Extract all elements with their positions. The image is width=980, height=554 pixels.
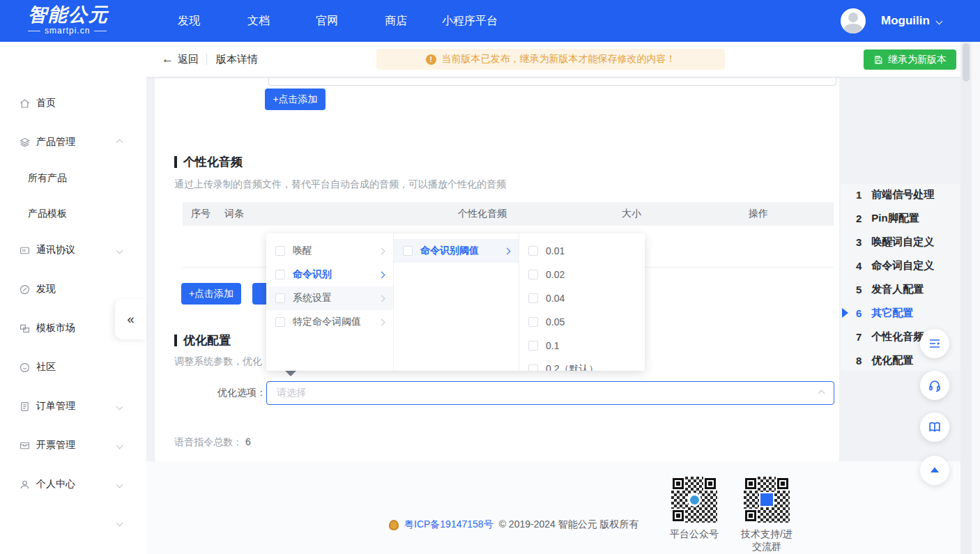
headset-icon <box>928 378 942 392</box>
cascader-option-command-recognition-threshold[interactable]: 命令识别阈值 <box>394 239 519 263</box>
arrow-up-icon <box>928 463 942 477</box>
anchor-item-8[interactable]: 8 优化配置 <box>856 354 913 367</box>
add-entry-button-bottom[interactable]: +点击添加 <box>181 283 241 305</box>
checkbox[interactable] <box>275 293 285 303</box>
checkbox[interactable] <box>528 270 538 279</box>
qr-code-support-group <box>744 477 790 523</box>
col-actions: 操作 <box>683 208 834 220</box>
checkbox[interactable] <box>528 364 538 371</box>
back-button[interactable]: ← 返回 <box>162 42 199 77</box>
collapse-icon: « <box>127 312 134 327</box>
user-avatar[interactable] <box>841 8 866 33</box>
checkbox[interactable] <box>275 270 285 279</box>
col-word: 词条 <box>216 208 450 220</box>
chevron-right-icon <box>378 247 385 254</box>
truncated-input-field[interactable] <box>268 78 836 86</box>
anchor-item-5[interactable]: 5 发音人配置 <box>856 283 924 296</box>
sidebar-item-extra[interactable] <box>0 514 146 531</box>
cascader-option-0-01[interactable]: 0.01 <box>519 239 645 263</box>
qr-marker <box>745 478 756 489</box>
sidebar-item-all-products[interactable]: 所有产品 <box>0 170 146 187</box>
cascader-option-0-1[interactable]: 0.1 <box>519 334 645 357</box>
qr-marker <box>673 510 684 521</box>
nav-item-docs[interactable]: 文档 <box>247 0 270 42</box>
checkbox[interactable] <box>528 317 538 327</box>
sidebar-item-order-management[interactable]: 订单管理 <box>0 398 146 415</box>
community-icon <box>19 362 31 374</box>
user-menu-chevron-down-icon[interactable] <box>936 18 943 25</box>
back-to-top-fab[interactable] <box>920 456 949 485</box>
chevron-up-icon <box>116 139 123 146</box>
scrollbar-thumb[interactable] <box>963 43 970 82</box>
optimize-section-description: 调整系统参数，优化 <box>174 355 262 368</box>
cascader-option-specific-command-threshold[interactable]: 特定命令词阈值 <box>266 310 393 334</box>
sidebar-item-product-management[interactable]: 产品管理 <box>0 134 146 151</box>
cascader-option-0-02[interactable]: 0.02 <box>519 263 645 286</box>
nav-item-discover[interactable]: 发现 <box>178 0 200 42</box>
checkbox[interactable] <box>528 341 538 351</box>
brand-logo[interactable]: 智能公元 smartpi.cn <box>28 4 109 36</box>
section-bar <box>174 334 177 346</box>
qr-marker <box>673 478 684 489</box>
cascader-option-wake[interactable]: 唤醒 <box>266 239 393 263</box>
warning-icon: ! <box>426 54 436 65</box>
docs-fab[interactable] <box>920 413 949 442</box>
cascader-option-0-05[interactable]: 0.05 <box>519 310 645 334</box>
warning-banner: ! 当前版本已发布，继承为新版本才能保存修改的内容！ <box>376 49 725 70</box>
compass-icon <box>19 284 31 295</box>
page-title: 版本详情 <box>216 42 258 77</box>
nav-item-store[interactable]: 商店 <box>385 0 407 42</box>
sidebar-item-personal-center[interactable]: 个人中心 <box>0 476 146 493</box>
checkbox[interactable] <box>528 246 538 256</box>
chevron-down-icon <box>116 442 123 449</box>
cascader-option-0-2-default[interactable]: 0.2（默认） <box>519 357 645 371</box>
audio-section-title: 个性化音频 <box>174 154 243 170</box>
icp-link[interactable]: 粤ICP备19147158号 <box>404 518 493 531</box>
col-index: 序号 <box>183 208 216 220</box>
checkbox[interactable] <box>275 317 285 327</box>
checkbox[interactable] <box>403 246 413 256</box>
avatar-body <box>844 24 862 33</box>
checkbox[interactable] <box>528 293 538 303</box>
cascader-option-0-04[interactable]: 0.04 <box>519 286 645 310</box>
support-fab[interactable] <box>920 371 949 400</box>
sidebar-item-discover[interactable]: 发现 <box>0 281 146 298</box>
sidebar-item-product-templates[interactable]: 产品模板 <box>0 206 146 222</box>
qr1-label: 平台公众号 <box>661 528 728 541</box>
sidebar-item-communication-protocol[interactable]: 通讯协议 <box>0 242 146 259</box>
inherit-new-version-button[interactable]: 继承为新版本 <box>864 49 956 70</box>
vertical-scrollbar[interactable] <box>960 42 972 554</box>
add-entry-button-top[interactable]: +点击添加 <box>265 89 326 110</box>
cascader-option-system-settings[interactable]: 系统设置 <box>266 286 393 310</box>
optimize-option-label: 优化选项： <box>206 387 266 399</box>
checkbox[interactable] <box>275 246 285 256</box>
sidebar-item-community[interactable]: 社区 <box>0 359 146 376</box>
chevron-down-icon <box>116 481 123 488</box>
optimize-option-select[interactable]: 请选择 <box>266 381 834 405</box>
anchor-item-3[interactable]: 3 唤醒词自定义 <box>856 236 934 249</box>
nav-item-official-site[interactable]: 官网 <box>316 0 338 42</box>
qr-marker <box>777 478 788 489</box>
sidebar-item-home[interactable]: 首页 <box>0 95 146 111</box>
cascader-option-command-recognition[interactable]: 命令识别 <box>266 263 393 286</box>
config-list-fab[interactable] <box>920 329 949 358</box>
anchor-item-2[interactable]: 2 Pin脚配置 <box>856 212 919 225</box>
logo-dash-right <box>94 31 107 31</box>
chevron-down-icon <box>116 403 123 410</box>
qr-marker <box>745 510 756 521</box>
anchor-item-4[interactable]: 4 命令词自定义 <box>856 259 934 272</box>
audio-section-description: 通过上传录制的音频文件，替代平台自动合成的音频，可以播放个性化的音频 <box>174 178 506 191</box>
layers-icon <box>19 137 31 148</box>
anchor-item-1[interactable]: 1 前端信号处理 <box>856 188 934 201</box>
anchor-item-7[interactable]: 7 个性化音频 <box>856 330 924 344</box>
chevron-down-icon <box>116 519 123 526</box>
anchor-item-6-active[interactable]: 6 其它配置 <box>856 307 913 320</box>
avatar-head <box>848 13 858 22</box>
qr-center-logo <box>687 493 701 507</box>
sidebar-item-invoice-management[interactable]: 开票管理 <box>0 437 146 454</box>
sidebar-collapse-button[interactable]: « <box>115 299 146 339</box>
protocol-icon <box>19 245 31 256</box>
nav-item-miniprogram[interactable]: 小程序平台 <box>442 0 498 42</box>
select-chevron-up-icon <box>818 390 825 397</box>
username[interactable]: Moguilin <box>881 0 930 42</box>
